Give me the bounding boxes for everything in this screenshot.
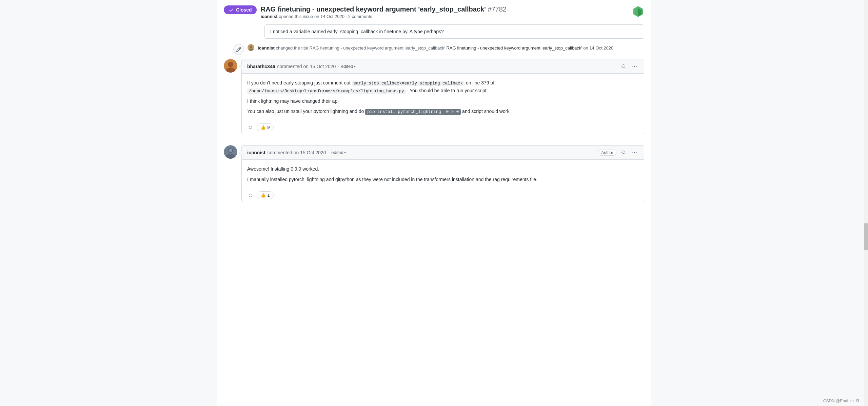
comment-header-right-1: ☺ ··· xyxy=(619,62,638,71)
svg-point-4 xyxy=(249,49,253,51)
comment-header-left-2: ioannist commented on 15 Oct 2020 · edit… xyxy=(247,150,346,155)
comment-body-para-4: Awesome! Installing 0.9.0 worked. xyxy=(247,165,638,173)
scrollbar-track[interactable] xyxy=(864,0,868,406)
spacer xyxy=(224,140,644,145)
avatar-bharathc346 xyxy=(224,59,237,73)
issue-meta: ioannist opened this issue on 14 Oct 202… xyxy=(261,14,644,19)
comment-row-1: bharathc346 commented on 15 Oct 2020 · e… xyxy=(224,59,644,134)
comment-body-1: If you don't need early stopping just co… xyxy=(242,74,644,121)
caret-down-icon: ▾ xyxy=(354,64,356,68)
smiley-button-2[interactable]: ☺ xyxy=(619,148,628,157)
comment-card-2: ioannist commented on 15 Oct 2020 · edit… xyxy=(241,145,644,202)
code-inline-3: pip install pytorch_lightning==0.9.0 xyxy=(365,109,461,115)
closed-badge: Closed xyxy=(224,5,257,14)
event-avatar-wrap xyxy=(248,44,254,51)
comment-card-1: bharathc346 commented on 15 Oct 2020 · e… xyxy=(241,59,644,134)
svg-point-11 xyxy=(229,149,232,152)
comment-row-2: ioannist commented on 15 Oct 2020 · edit… xyxy=(224,145,644,202)
comment-header-left-1: bharathc346 commented on 15 Oct 2020 · e… xyxy=(247,64,356,69)
event-body: ioannist changed the title RAG fientunin… xyxy=(258,44,644,51)
avatar-ioannist xyxy=(224,145,237,159)
smiley-button-1[interactable]: ☺ xyxy=(619,62,628,71)
thumbs-up-reaction-1[interactable]: 👍 9 xyxy=(257,123,273,131)
edited-dropdown-2[interactable]: edited ▾ xyxy=(331,150,346,155)
thumbs-up-icon-2: 👍 xyxy=(260,193,266,198)
title-change-event: ioannist changed the title RAG fientunin… xyxy=(224,44,644,55)
comment-body-para-2: I think lightning may have changed their… xyxy=(247,97,638,105)
comment-body-para-3: You can also just uninstall your pytorch… xyxy=(247,108,638,115)
code-inline-2: /home/ioannis/Desktop/transformers/examp… xyxy=(247,89,406,94)
svg-point-3 xyxy=(250,45,252,48)
partial-comment-area: I noticed a variable named early_stoppin… xyxy=(244,24,644,39)
issue-header: Closed RAG finetuning - unexpected keywo… xyxy=(224,0,644,22)
pencil-icon xyxy=(233,44,244,55)
more-options-button-1[interactable]: ··· xyxy=(631,62,638,71)
timeline: I noticed a variable named early_stoppin… xyxy=(224,22,644,210)
partial-comment: I noticed a variable named early_stoppin… xyxy=(264,24,644,39)
scrollbar-thumb[interactable] xyxy=(864,223,868,250)
code-inline-1: early_stop_callback=early_stopping_callb… xyxy=(352,81,465,86)
author-badge: Author xyxy=(598,150,616,156)
comment-footer-1: ☺ 👍 9 xyxy=(242,121,644,134)
issue-title-area: RAG finetuning - unexpected keyword argu… xyxy=(261,5,644,19)
edited-dropdown-1[interactable]: edited ▾ xyxy=(341,64,355,69)
issue-author-link[interactable]: ioannist xyxy=(261,14,278,19)
comment-header-right-2: Author ☺ ··· xyxy=(598,148,638,157)
caret-down-icon-2: ▾ xyxy=(344,151,346,154)
thumbs-up-reaction-2[interactable]: 👍 1 xyxy=(257,191,273,199)
comment-body-para-5: I manually installed pytorch_lightning a… xyxy=(247,176,638,183)
add-reaction-button-2[interactable]: ☺ xyxy=(247,192,254,199)
watermark: CSDN @Enabler_R... xyxy=(823,399,863,403)
comment-footer-2: ☺ 👍 1 xyxy=(242,189,644,202)
svg-point-6 xyxy=(228,62,233,67)
thumbs-up-icon-1: 👍 xyxy=(260,125,266,130)
comment-header-2: ioannist commented on 15 Oct 2020 · edit… xyxy=(242,146,644,160)
event-avatar xyxy=(248,44,254,51)
add-reaction-button-1[interactable]: ☺ xyxy=(247,124,254,131)
app-logo xyxy=(632,5,644,19)
comment-body-para-1: If you don't need early stopping just co… xyxy=(247,79,638,95)
comment-body-2: Awesome! Installing 0.9.0 worked. I manu… xyxy=(242,160,644,189)
more-options-button-2[interactable]: ··· xyxy=(631,148,638,157)
comment-header-1: bharathc346 commented on 15 Oct 2020 · e… xyxy=(242,59,644,74)
issue-title: RAG finetuning - unexpected keyword argu… xyxy=(261,5,644,13)
